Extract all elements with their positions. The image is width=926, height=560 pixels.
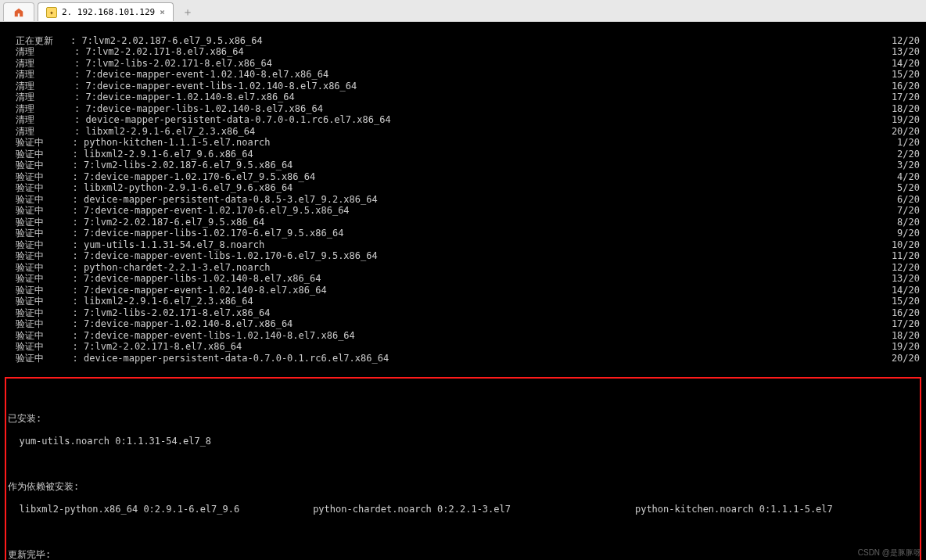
- new-tab-button[interactable]: ＋: [177, 4, 199, 21]
- progress-line: 清理 : 7:device-mapper-libs-1.02.140-8.el7…: [5, 103, 921, 115]
- dep-installed-header: 作为依赖被安装:: [8, 481, 918, 493]
- summary-box: 已安装: yum-utils.noarch 0:1.1.31-54.el7_8 …: [5, 377, 921, 561]
- progress-line: 验证中 : 7:device-mapper-event-1.02.170-6.e…: [5, 205, 921, 217]
- progress-line: 验证中 : libxml2-2.9.1-6.el7_9.6.x86_642/20: [5, 149, 921, 160]
- progress-line: 验证中 : 7:lvm2-2.02.171-8.el7.x86_6419/20: [5, 341, 921, 353]
- progress-line: 验证中 : python-chardet-2.2.1-3.el7.noarch1…: [5, 262, 921, 274]
- active-tab[interactable]: ✦ 2. 192.168.101.129 ×: [38, 2, 174, 21]
- progress-line: 验证中 : 7:device-mapper-event-libs-1.02.14…: [5, 330, 921, 342]
- tool-icon: ✦: [46, 7, 57, 18]
- home-icon: [13, 7, 24, 18]
- progress-line: 验证中 : 7:device-mapper-1.02.140-8.el7.x86…: [5, 318, 921, 330]
- progress-line: 清理 : 7:device-mapper-1.02.140-8.el7.x86_…: [5, 92, 921, 103]
- progress-line: 清理 : 7:device-mapper-event-libs-1.02.140…: [5, 81, 921, 92]
- progress-line: 验证中 : device-mapper-persistent-data-0.7.…: [5, 353, 921, 364]
- progress-line: 验证中 : 7:device-mapper-libs-1.02.170-6.el…: [5, 228, 921, 239]
- updated-header: 更新完毕:: [8, 549, 918, 560]
- blank-line: [8, 526, 918, 538]
- dep-installed-line: libxml2-python.x86_64 0:2.9.1-6.el7_9.6 …: [8, 504, 918, 515]
- progress-line: 验证中 : 7:device-mapper-libs-1.02.140-8.el…: [5, 273, 921, 285]
- progress-line: 验证中 : libxml2-python-2.9.1-6.el7_9.6.x86…: [5, 182, 921, 194]
- blank-line: [8, 390, 918, 402]
- progress-line: 清理 : 7:device-mapper-event-1.02.140-8.el…: [5, 69, 921, 81]
- terminal-output[interactable]: 正在更新 : 7:lvm2-2.02.187-6.el7_9.5.x86_641…: [0, 22, 926, 560]
- progress-line: 验证中 : device-mapper-persistent-data-0.8.…: [5, 194, 921, 206]
- progress-line: 验证中 : 7:lvm2-libs-2.02.171-8.el7.x86_641…: [5, 307, 921, 319]
- watermark: CSDN @是豚豚呀: [858, 547, 921, 559]
- progress-line: 验证中 : yum-utils-1.1.31-54.el7_8.noarch10…: [5, 239, 921, 251]
- progress-line: 验证中 : 7:device-mapper-1.02.170-6.el7_9.5…: [5, 171, 921, 183]
- progress-line: 清理 : libxml2-2.9.1-6.el7_2.3.x86_6420/20: [5, 126, 921, 138]
- blank-line: [8, 458, 918, 470]
- tab-title: 2. 192.168.101.129: [62, 7, 155, 17]
- progress-line: 验证中 : python-kitchen-1.1.1-5.el7.noarch1…: [5, 137, 921, 149]
- home-tab[interactable]: [3, 2, 34, 21]
- progress-line: 正在更新 : 7:lvm2-2.02.187-6.el7_9.5.x86_641…: [5, 35, 921, 47]
- progress-line: 验证中 : 7:device-mapper-event-1.02.140-8.e…: [5, 285, 921, 296]
- installed-line: yum-utils.noarch 0:1.1.31-54.el7_8: [8, 436, 918, 447]
- progress-line: 清理 : 7:lvm2-2.02.171-8.el7.x86_6413/20: [5, 46, 921, 58]
- installed-header: 已安装:: [8, 413, 918, 425]
- progress-line: 清理 : device-mapper-persistent-data-0.7.0…: [5, 114, 921, 126]
- close-icon[interactable]: ×: [160, 7, 165, 17]
- progress-line: 验证中 : 7:lvm2-libs-2.02.187-6.el7_9.5.x86…: [5, 160, 921, 171]
- tab-bar: ✦ 2. 192.168.101.129 × ＋: [0, 0, 926, 22]
- progress-line: 验证中 : libxml2-2.9.1-6.el7_2.3.x86_6415/2…: [5, 296, 921, 307]
- progress-line: 验证中 : 7:device-mapper-event-libs-1.02.17…: [5, 250, 921, 262]
- progress-line: 清理 : 7:lvm2-libs-2.02.171-8.el7.x86_6414…: [5, 58, 921, 70]
- progress-line: 验证中 : 7:lvm2-2.02.187-6.el7_9.5.x86_648/…: [5, 217, 921, 228]
